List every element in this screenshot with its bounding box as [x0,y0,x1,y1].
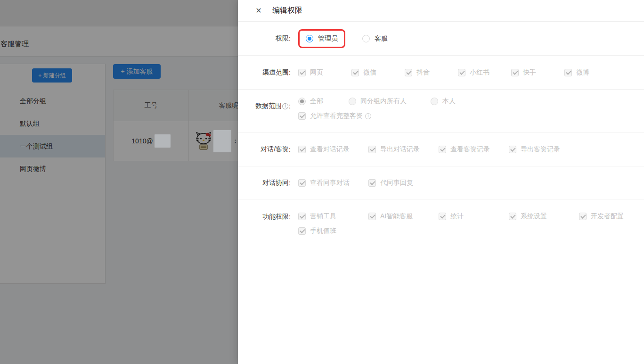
data-scope-row: 数据范围i: 全部 同分组内所有人 本人 允许查看完整客资 i [238,90,644,132]
checkbox-export-chat-records-box[interactable] [368,146,376,153]
checkbox-web[interactable]: 网页 [298,68,351,77]
row-label-channel-scope: 渠道范围: [238,68,291,77]
radio-agent[interactable]: 客服 [362,34,388,43]
checkbox-mobile-duty-box[interactable] [298,227,306,235]
checkbox-view-customer-records-box[interactable] [439,146,446,153]
row-label-permission: 权限: [238,34,291,43]
conversation-records-row: 对话/客资: 查看对话记录 导出对话记录 查看客资记录 导出客资记录 [238,132,644,166]
radio-agent-circle[interactable] [362,35,370,42]
checkbox-export-chat-records[interactable]: 导出对话记录 [368,145,439,154]
checkbox-wechat-box[interactable] [351,69,359,76]
radio-all-data[interactable]: 全部 [298,97,349,106]
channel-scope-row: 渠道范围: 网页 微信 抖音 小红书 快手 微博 [238,56,644,90]
checkbox-view-customer-records[interactable]: 查看客资记录 [439,145,509,154]
radio-self-data[interactable]: 本人 [431,97,456,106]
checkbox-view-chat-records-box[interactable] [298,146,306,153]
checkbox-developer-config-box[interactable] [579,213,587,220]
conversation-collab-row: 对话协同: 查看同事对话 代同事回复 [238,166,644,199]
radio-group-data[interactable]: 同分组内所有人 [349,97,431,106]
checkbox-statistics-box[interactable] [439,213,446,220]
checkbox-douyin-box[interactable] [405,69,412,76]
radio-self-data-circle[interactable] [431,98,438,105]
checkbox-kuaishou-box[interactable] [511,69,519,76]
checkbox-douyin[interactable]: 抖音 [405,68,458,77]
radio-admin[interactable]: 管理员 [306,34,338,43]
checkbox-view-colleague-chats[interactable]: 查看同事对话 [298,179,368,187]
checkbox-system-settings[interactable]: 系统设置 [509,212,579,221]
radio-group-data-circle[interactable] [349,98,356,105]
redacted-nickname [213,130,231,152]
permission-role-row: 权限: 管理员 客服 [238,22,644,56]
checkbox-view-full-customer-info[interactable]: 允许查看完整客资 [298,112,363,120]
checkbox-view-chat-records[interactable]: 查看对话记录 [298,145,368,154]
checkbox-ai-agent-box[interactable] [368,213,376,220]
row-label-data-scope: 数据范围i: [238,102,291,110]
row-label-collab: 对话协同: [238,179,291,187]
checkbox-web-box[interactable] [298,69,306,76]
checkbox-export-customer-records-box[interactable] [509,146,516,153]
checkbox-weibo-box[interactable] [564,69,572,76]
checkbox-view-full-customer-info-box[interactable] [298,112,306,120]
edit-permissions-drawer: ✕ 编辑权限 权限: 管理员 客服 渠道范围: 网页 微信 抖音 小红书 快手 [238,0,644,364]
checkbox-xiaohongshu[interactable]: 小红书 [458,68,511,77]
checkbox-weibo[interactable]: 微博 [564,68,618,77]
checkbox-marketing-tools[interactable]: 营销工具 [298,212,368,221]
redacted-agent-id [155,134,171,148]
checkbox-ai-agent[interactable]: AI智能客服 [368,212,439,221]
checkbox-marketing-tools-box[interactable] [298,213,306,220]
checkbox-developer-config[interactable]: 开发者配置 [579,212,624,221]
feature-permissions-row: 功能权限: 营销工具 AI智能客服 统计 系统设置 开发者配置 手机值班 [238,199,644,254]
info-icon: i [282,103,288,109]
checkbox-xiaohongshu-box[interactable] [458,69,465,76]
checkbox-mobile-duty[interactable]: 手机值班 [298,227,336,235]
drawer-title: 编辑权限 [272,6,302,16]
row-label-features: 功能权限: [238,213,291,221]
info-icon: i [365,113,371,119]
radio-admin-circle[interactable] [306,35,313,42]
checkbox-export-customer-records[interactable]: 导出客资记录 [509,145,560,154]
radio-all-data-circle[interactable] [298,98,306,105]
checkbox-view-colleague-chats-box[interactable] [298,179,306,187]
red-highlight-box: 管理员 [298,29,345,48]
checkbox-reply-for-colleague-box[interactable] [368,179,376,187]
close-icon[interactable]: ✕ [253,6,264,15]
checkbox-reply-for-colleague[interactable]: 代同事回复 [368,179,413,187]
checkbox-system-settings-box[interactable] [509,213,516,220]
checkbox-kuaishou[interactable]: 快手 [511,68,564,77]
drawer-header: ✕ 编辑权限 [238,0,644,22]
checkbox-wechat[interactable]: 微信 [351,68,405,77]
checkbox-statistics[interactable]: 统计 [439,212,509,221]
row-label-records: 对话/客资: [238,145,291,154]
